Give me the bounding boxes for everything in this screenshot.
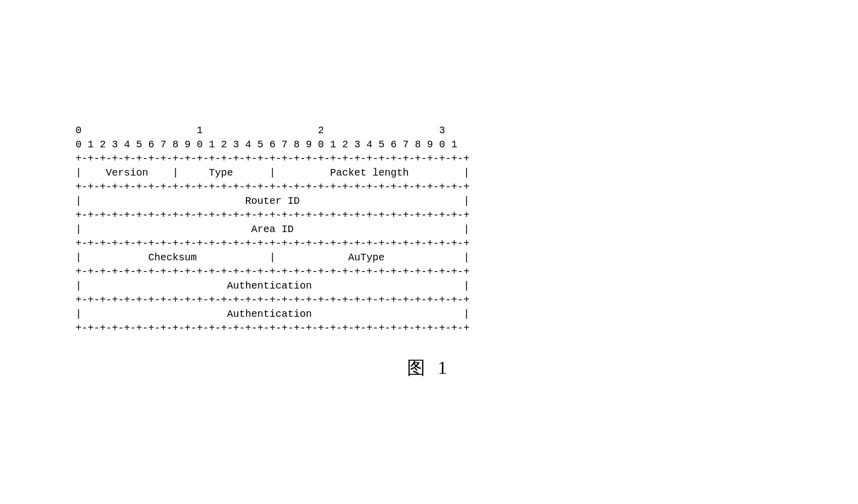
diagram-container: 0 1 2 3 0 1 2 3 4 5 6 7 8 9 0 1 2 3 4 5 … bbox=[76, 124, 783, 380]
packet-diagram: 0 1 2 3 0 1 2 3 4 5 6 7 8 9 0 1 2 3 4 5 … bbox=[76, 124, 783, 335]
figure-label: 图 1 bbox=[407, 356, 451, 380]
